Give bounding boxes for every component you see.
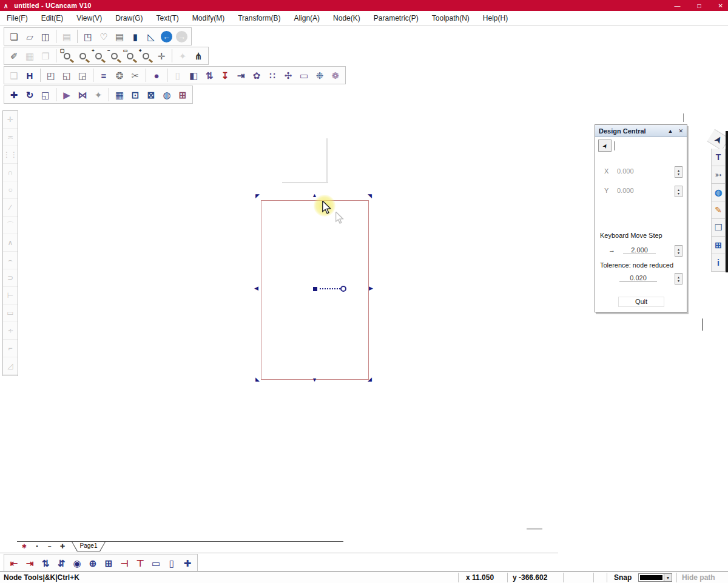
- move-step-field[interactable]: 2.000: [623, 246, 656, 254]
- selection-handle-top-left[interactable]: ◤: [255, 194, 260, 199]
- skew-icon[interactable]: ▶: [59, 87, 75, 103]
- y-value[interactable]: 0.000: [617, 187, 634, 194]
- node-distribute-h-icon[interactable]: ⇵: [53, 555, 69, 571]
- move-step-spinner[interactable]: ▴ ▾: [675, 245, 682, 257]
- erase-icon[interactable]: ✐: [6, 48, 22, 64]
- quit-button[interactable]: Quit: [618, 297, 664, 307]
- pan-hand-icon[interactable]: ✛: [153, 48, 169, 64]
- zoom-in-icon[interactable]: +: [90, 48, 106, 64]
- menu-item-view[interactable]: View(V): [70, 14, 109, 22]
- node-move-all-icon[interactable]: ⊞: [101, 555, 116, 571]
- zoom-out-icon[interactable]: −: [106, 48, 122, 64]
- scroll-thumb-horizontal[interactable]: [527, 528, 542, 530]
- zoom-selection-icon[interactable]: ⌖: [138, 48, 153, 64]
- page-add-icon[interactable]: ✚: [59, 543, 66, 550]
- capsule-icon[interactable]: ▭: [296, 67, 312, 83]
- rotation-anchor-circle[interactable]: [340, 286, 346, 292]
- selection-handle-bottom-right[interactable]: ◢: [368, 377, 372, 382]
- spinner-down-icon[interactable]: ▾: [678, 279, 679, 283]
- undo-icon[interactable]: ←: [161, 31, 172, 42]
- selection-handle-bottom-left[interactable]: ◣: [255, 377, 260, 382]
- sphere-icon[interactable]: ●: [149, 67, 164, 83]
- pattern-icon[interactable]: ⊞: [175, 87, 190, 103]
- node-space-v-icon[interactable]: ⊤: [132, 555, 148, 571]
- import-icon[interactable]: ◳: [80, 29, 96, 44]
- zoom-window-icon[interactable]: ▢: [59, 48, 75, 64]
- envelope-icon[interactable]: ⊡: [127, 87, 143, 103]
- panel-collapse-icon[interactable]: ▲: [668, 128, 673, 134]
- zoom-page-icon[interactable]: ▭: [122, 48, 138, 64]
- y-spinner[interactable]: ▴ ▾: [675, 186, 682, 197]
- node-distribute-v-icon[interactable]: ⇅: [38, 555, 53, 571]
- align-top-icon[interactable]: ↧: [217, 67, 233, 83]
- menu-item-toolpath[interactable]: Toolpath(N): [425, 14, 476, 22]
- node-move-h-icon[interactable]: ⊕: [85, 555, 101, 571]
- render-tool-icon[interactable]: ✎: [711, 201, 726, 219]
- minimize-button-icon[interactable]: —: [675, 2, 681, 9]
- array-dots-icon[interactable]: ∷: [265, 67, 280, 83]
- menu-item-text[interactable]: Text(T): [149, 14, 185, 22]
- shear-icon[interactable]: ✦: [90, 87, 106, 103]
- hatch-icon[interactable]: ≡: [96, 67, 112, 83]
- page-remove-icon[interactable]: −: [46, 543, 53, 550]
- offset-icon[interactable]: ❂: [112, 67, 127, 83]
- chevron-down-icon[interactable]: ▼: [664, 574, 672, 581]
- tolerance-field[interactable]: 0.020: [619, 274, 657, 282]
- scale-icon[interactable]: ◱: [38, 87, 53, 103]
- text-tool-icon[interactable]: T: [711, 149, 726, 166]
- node-edit-tool-icon[interactable]: ➳: [711, 166, 726, 184]
- color-dropdown[interactable]: ▼: [638, 573, 672, 582]
- trim-icon[interactable]: ◰: [43, 67, 59, 83]
- text-form-icon[interactable]: ▤: [112, 29, 127, 44]
- view-3d-icon[interactable]: ◍: [711, 184, 726, 201]
- page-first-icon[interactable]: ✱: [21, 543, 28, 550]
- node-align-left-icon[interactable]: ⇤: [6, 555, 22, 571]
- open-file-icon[interactable]: ▱: [22, 29, 38, 44]
- save-icon[interactable]: ◫: [38, 29, 53, 44]
- spinner-down-icon[interactable]: ▾: [678, 172, 679, 176]
- wrap-icon[interactable]: ◍: [159, 87, 175, 103]
- node-ellipse-icon[interactable]: ◉: [69, 555, 85, 571]
- gear-flower-icon[interactable]: ✿: [249, 67, 265, 83]
- node-select-tab[interactable]: ➤: [598, 140, 612, 152]
- menu-item-edit[interactable]: Edit(E): [35, 14, 70, 22]
- menu-item-draw[interactable]: Draw(G): [109, 14, 149, 22]
- menu-item-help[interactable]: Help(H): [476, 14, 514, 22]
- mirror-icon[interactable]: ⋈: [75, 87, 90, 103]
- selection-handle-right[interactable]: ▶: [369, 286, 373, 291]
- page-prev-icon[interactable]: •: [33, 543, 41, 550]
- menu-item-file[interactable]: File(F): [0, 14, 35, 22]
- flip-vertical-icon[interactable]: ⇅: [201, 67, 217, 83]
- flower-icon[interactable]: ❁: [328, 67, 343, 83]
- spinner-down-icon[interactable]: ▾: [678, 251, 679, 255]
- selection-handle-top-right[interactable]: ◥: [368, 194, 372, 199]
- zoom-tool-icon[interactable]: [75, 48, 90, 64]
- move-icon[interactable]: ✚: [6, 87, 22, 103]
- maximize-button-icon[interactable]: □: [698, 2, 701, 9]
- node-stretch-all-icon[interactable]: ✚: [180, 555, 195, 571]
- select-tool-icon[interactable]: ➤: [707, 129, 728, 151]
- array-grid-icon[interactable]: ⊞: [711, 237, 726, 254]
- rotate-icon[interactable]: ↻: [22, 87, 38, 103]
- menu-item-modify[interactable]: Modify(M): [186, 14, 231, 22]
- node-space-h-icon[interactable]: ⊣: [116, 555, 132, 571]
- node-stretch-v-icon[interactable]: ▯: [164, 555, 180, 571]
- menu-item-align[interactable]: Align(A): [287, 14, 326, 22]
- close-button-icon[interactable]: ✕: [718, 2, 723, 9]
- export-shape-icon[interactable]: ❒: [711, 219, 726, 237]
- protractor-icon[interactable]: ◺: [143, 29, 159, 44]
- design-central-header[interactable]: Design Central ▲ ✕: [595, 125, 687, 137]
- x-value[interactable]: 0.000: [617, 167, 634, 175]
- snap-label[interactable]: Snap: [614, 573, 632, 582]
- align-middle-icon[interactable]: ⇥: [233, 67, 249, 83]
- box-3d-icon[interactable]: ◧: [186, 67, 201, 83]
- node-align-right-icon[interactable]: ⇥: [22, 555, 38, 571]
- menu-item-transform[interactable]: Transform(B): [231, 14, 287, 22]
- node-stretch-h-icon[interactable]: ▭: [148, 555, 164, 571]
- selection-handle-left[interactable]: ◀: [254, 286, 258, 291]
- ruler-icon[interactable]: ▮: [127, 29, 143, 44]
- shape-library-icon[interactable]: ♡: [96, 29, 112, 44]
- menu-item-parametric[interactable]: Parametric(P): [367, 14, 425, 22]
- chamfer-icon[interactable]: ◲: [75, 67, 90, 83]
- info-measure-icon[interactable]: i: [711, 254, 726, 272]
